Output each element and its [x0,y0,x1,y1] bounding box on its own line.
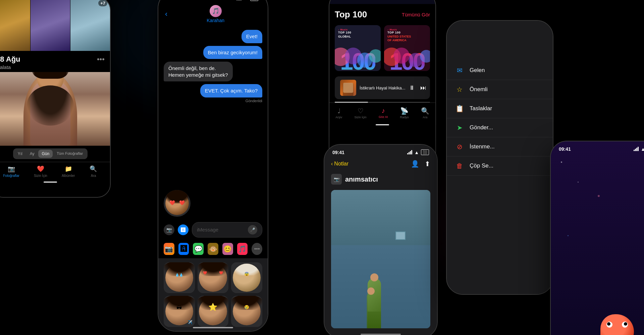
memoji-cell-3[interactable]: 😨 [231,262,262,293]
back-chevron: ‹ [331,161,333,167]
now-playing-bar[interactable]: İstikrarlı Hayal Hakika... ⏸ ⏭ [335,76,430,99]
camera-button[interactable]: 📷 [164,224,174,235]
memoji-face-2: ❤️ ❤️ [199,264,227,291]
memoji-left-eye: ❤️ [169,200,175,205]
music-nav-for-you[interactable]: ♡ Sizin İçin [355,107,367,119]
sent-label: Gönder... [470,124,493,131]
mail-item-junk[interactable]: ⊘ İstenme... [447,137,553,156]
music-cards: ♪ Music TOP 100 GLOBAL 100 ♪ Music [329,22,435,74]
album-art-decoration [343,83,353,93]
now-playing-title: İstikrarlı Hayal Hakika... [360,85,406,90]
tab-all-photos[interactable]: Tüm Fotoğraflar [53,150,86,158]
notes-actions: 👤 ⬆ [411,160,430,168]
chat-area: Evet! Ben biraz gecikyorum! Önemli değil… [158,27,268,187]
app-strip-photos[interactable]: 📷 [164,243,174,255]
music-nav-browse[interactable]: ♪ Göz At [379,107,388,119]
notes-status-bar: 09:41 ▲ ⬛ [324,145,437,158]
app-strip-music[interactable]: 🎵 [237,243,248,255]
nav-for-you[interactable]: ❤️ Sizin İçin [34,165,47,178]
photos-date-section: 28 Ağu Galata ••• [0,51,110,72]
mail-item-sent[interactable]: ➤ Gönder... [447,118,553,137]
overflow-count: +7 [98,0,107,6]
message-input-area: 📷 🅰 iMessage 🎤 [158,219,268,240]
tab-year[interactable]: Yıl [14,150,26,158]
photos-icon: 📷 [7,165,15,173]
arcade-screen: 09:41 ▲ ⬛ [551,141,644,335]
asb4 [638,147,639,151]
for-you-music-icon: ♡ [358,107,364,115]
search-icon: 🔍 [89,165,97,173]
memoji-face-5: ⭐ [199,297,227,325]
memoji-face-3: 😨 [233,264,261,291]
next-button[interactable]: ⏭ [420,84,426,91]
memoji-reaction-area: ❤️ ❤️ [158,187,268,219]
apps-button[interactable]: 🅰 [178,224,189,235]
phone-photos: +7 28 Ağu Galata ••• [0,0,111,198]
nav-photos[interactable]: 📷 Fotoğraflar [3,165,19,178]
nav-albums[interactable]: 📁 Albümler [62,165,75,178]
memoji-reaction: ❤️ ❤️ [164,190,191,217]
person-body [368,278,381,328]
memoji-cell-5[interactable]: ⭐ [198,296,229,327]
photos-location: Galata [0,64,20,70]
card-global-art: 100 [335,39,381,71]
creature-body [600,314,634,335]
notes-doc-icon: 📷 [331,174,342,185]
mail-screen: ✉ Gelen ☆ Önemli 📋 Taslaklar ➤ Gönder...… [447,21,553,294]
photos-strip: +7 [0,0,110,51]
photos-more-button[interactable]: ••• [97,55,105,64]
card-global-top: TOP 100 [338,31,377,34]
pause-button[interactable]: ⏸ [409,84,415,91]
music-bottom-nav: ♩ Arşiv ♡ Sizin İçin ♪ Göz At 📡 Radyo 🔍 … [329,103,435,123]
bubble-1: Evet! [241,30,262,43]
microphone-button[interactable]: 🎤 [248,225,257,234]
notes-export-icon[interactable]: ⬆ [425,160,430,168]
music-nav-library[interactable]: ♩ Arşiv [335,107,342,119]
mail-item-drafts[interactable]: 📋 Taslaklar [447,99,553,118]
vip-icon: ☆ [455,85,464,94]
arcade-signal-icon [634,147,639,151]
albums-icon: 📁 [64,165,72,173]
notes-status-icons: ▲ ⬛ [407,149,429,155]
music-nav-radio[interactable]: 📡 Radyo [400,107,409,119]
notes-signal-icon [407,150,412,154]
signal-bar-1 [236,0,237,0]
library-label: Arşiv [335,116,342,119]
contact-name[interactable]: Karahan [207,18,224,23]
music-nav-search[interactable]: 🔍 Ara [421,107,429,119]
star-2 [578,182,579,183]
app-strip-memoji[interactable]: 🐵 [208,243,218,255]
photos-portrait [0,72,110,146]
mail-item-inbox[interactable]: ✉ Gelen [447,61,553,80]
app-strip-more[interactable]: ••• [252,243,262,255]
tab-day[interactable]: Gün [38,150,53,158]
signal-bar-2 [238,0,239,0]
inbox-icon: ✉ [455,66,464,75]
memoji-cell-4[interactable]: 🕶 ✈️ [164,296,195,327]
notes-share-icon[interactable]: 👤 [411,160,419,168]
app-strip-appstore[interactable]: 🅰 [178,243,189,255]
notes-back-button[interactable]: ‹ Notlar [331,161,348,167]
mail-item-vip[interactable]: ☆ Önemli [447,80,553,99]
nsb3 [410,151,411,154]
back-button[interactable]: ‹ [165,10,167,18]
mail-item-trash[interactable]: 🗑 Çöp Se... [447,156,553,176]
app-strip-animoji[interactable]: 😊 [222,243,233,255]
contact-avatar: 🎵 [210,5,222,17]
music-card-global[interactable]: ♪ Music TOP 100 GLOBAL 100 [335,25,381,71]
app-strip-green[interactable]: 💬 [193,243,204,255]
card-global-brand: ♪ Music [338,28,377,31]
star-5 [598,195,600,197]
card-usa-top: TOP 100 [387,31,427,34]
music-see-all[interactable]: Tümünü Gör [402,12,430,17]
memoji-cell-6[interactable]: 😢 [231,296,262,327]
memoji-cell-1[interactable]: 💧💧 [164,262,195,293]
home-indicator-messages [193,327,233,328]
memoji-cell-2[interactable]: ❤️ ❤️ [198,262,229,293]
phone-mail: ✉ Gelen ☆ Önemli 📋 Taslaklar ➤ Gönder...… [446,20,553,295]
mf5-star: ⭐ [208,303,217,312]
message-input-field[interactable]: iMessage 🎤 [192,222,262,238]
nav-search[interactable]: 🔍 Ara [89,165,97,178]
music-card-usa[interactable]: ♪ Music TOP 100 UNITED STATESOF AMERICA … [384,25,430,71]
tab-month[interactable]: Ay [26,150,38,158]
